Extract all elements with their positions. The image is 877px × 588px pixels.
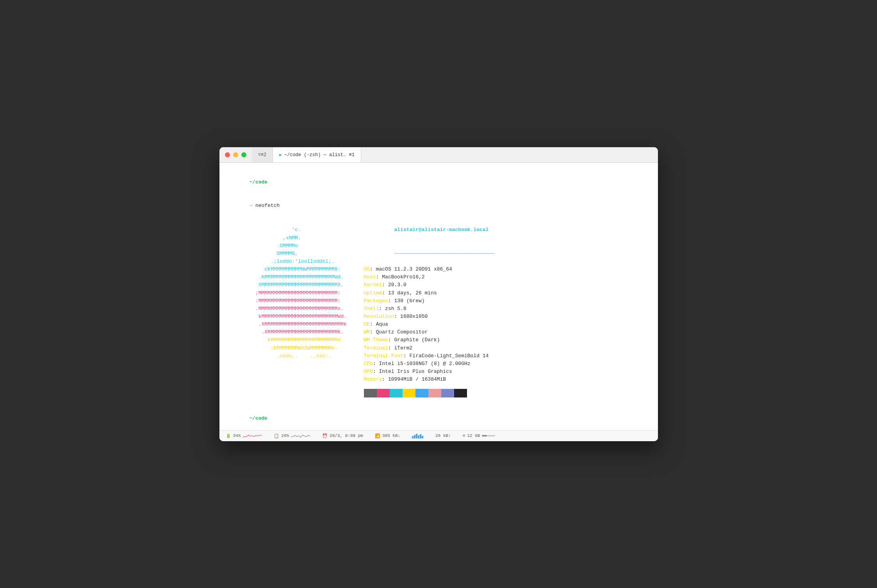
network-up-status: 26 kB↑ <box>435 433 451 438</box>
info-value: : Quartz Compositor <box>370 329 428 335</box>
memory-status: ≡ 12 GB <box>463 433 502 438</box>
color-swatch <box>415 389 428 397</box>
info-value: : Graphite (Dark) <box>388 337 440 343</box>
info-line: Terminal Font: FiraCode-Light_SemiBold 1… <box>364 352 495 360</box>
info-line: DE: Aqua <box>364 321 495 328</box>
info-value: : iTerm2 <box>388 345 412 351</box>
cmd-neofetch: neofetch <box>255 203 280 208</box>
info-key: Host <box>364 274 376 280</box>
tab-2[interactable]: ▶ ~/code (-zsh) — alist… ⌘1 <box>273 147 361 162</box>
svg-rect-0 <box>412 436 414 438</box>
network-graph-status <box>412 433 424 438</box>
terminal-window: ⌥⌘2 ▶ ~/code (-zsh) — alist… ⌘1 ~/code →… <box>219 147 658 441</box>
traffic-lights <box>219 152 252 157</box>
info-line: WM Theme: Graphite (Dark) <box>364 336 495 344</box>
network-down-icon: 📶 <box>375 433 380 438</box>
info-line: Shell: zsh 5.8 <box>364 305 495 313</box>
info-key: Terminal <box>364 345 388 351</box>
ascii-line-bottom: kMMMMMMMMMMMMMMMMMMMMMMd ;KMMMMMMMWXXWMM… <box>231 337 341 358</box>
prompt-arrow-1: → <box>249 203 255 208</box>
info-line: GPU: Intel Iris Plus Graphics <box>364 368 495 376</box>
svg-rect-2 <box>416 434 417 438</box>
clipboard-percent: 26% <box>281 433 289 438</box>
info-line: Memory: 10994MiB / 16384MiB <box>364 376 495 383</box>
info-key: Resolution <box>364 314 394 319</box>
color-swatch <box>428 389 441 397</box>
info-line: Resolution: 1680x1050 <box>364 313 495 321</box>
status-bar: 🔋 34% 📋 26% ⏰ 28/3, 8:09 pm 📶 305 kB↓ <box>219 430 658 441</box>
info-value: : 20.3.0 <box>382 282 406 288</box>
clipboard-icon: 📋 <box>274 433 279 438</box>
svg-rect-4 <box>420 434 421 438</box>
memory-graph <box>482 433 501 438</box>
info-value: : Intel i5-1038NG7 (8) @ 2.00GHz <box>373 361 471 367</box>
battery-status: 🔋 34% <box>226 433 262 438</box>
network-down: 305 kB↓ <box>382 433 400 438</box>
info-line: Terminal: iTerm2 <box>364 344 495 352</box>
memory-value: 12 GB <box>467 433 480 438</box>
color-swatch <box>403 389 415 397</box>
ascii-line-1: 'c. ,xNMM. .OMMMMo OMMMM0, .;loddo:'lool… <box>231 227 344 288</box>
info-key: Shell <box>364 306 379 312</box>
prompt-cmd-line: → neofetch <box>231 194 646 217</box>
clipboard-status: 📋 26% <box>274 433 310 438</box>
tab-bar: ⌥⌘2 ▶ ~/code (-zsh) — alist… ⌘1 <box>252 147 361 162</box>
info-value: : zsh 5.8 <box>379 306 406 312</box>
color-swatches <box>364 389 495 397</box>
info-key: OS <box>364 266 370 272</box>
info-key: DE <box>364 321 370 327</box>
info-key: Packages <box>364 298 388 304</box>
tab-1-label: ⌥⌘2 <box>258 152 267 158</box>
close-button[interactable] <box>225 152 230 157</box>
info-panel: alistair@alistair-macbook.local ────────… <box>364 218 495 397</box>
info-key: Uptime <box>364 290 382 296</box>
info-line: Kernel: 20.3.0 <box>364 281 495 289</box>
terminal-body[interactable]: ~/code → neofetch 'c. ,xNMM. .OMMMMo OMM… <box>219 163 658 430</box>
info-lines: OS: macOS 11.2.3 20D91 x86_64Host: MacBo… <box>364 265 495 383</box>
color-swatch <box>364 389 377 397</box>
info-key: GPU <box>364 369 373 374</box>
prompt-line-2: ~/code <box>231 407 646 430</box>
ascii-art: 'c. ,xNMM. .OMMMMo OMMMM0, .;loddo:'lool… <box>231 218 348 397</box>
clock-time: 28/3, 8:09 pm <box>330 433 363 438</box>
ascii-line-mid: ;MMMMMMMMMMMMMMMMMMMMMMMMMM: :MMMMMMMMMM… <box>231 290 347 335</box>
info-line: Uptime: 13 days, 26 mins <box>364 289 495 297</box>
battery-graph <box>242 433 262 438</box>
info-line: Packages: 130 (brew) <box>364 297 495 305</box>
svg-rect-7 <box>482 435 487 437</box>
info-value: : 130 (brew) <box>388 298 425 304</box>
info-key: Memory <box>364 376 382 382</box>
prompt-dir-2: ~/code <box>249 415 267 421</box>
info-line: OS: macOS 11.2.3 20D91 x86_64 <box>364 265 495 273</box>
info-key: Terminal Font <box>364 353 403 359</box>
neofetch-output: 'c. ,xNMM. .OMMMMo OMMMM0, .;loddo:'lool… <box>231 218 646 397</box>
clock-icon: ⏰ <box>322 433 328 438</box>
color-swatch <box>441 389 454 397</box>
info-value: : macOS 11.2.3 20D91 x86_64 <box>370 266 452 272</box>
network-down-status: 📶 305 kB↓ <box>375 433 400 438</box>
info-line: CPU: Intel i5-1038NG7 (8) @ 2.00GHz <box>364 360 495 368</box>
minimize-button[interactable] <box>233 152 238 157</box>
info-value: : Aqua <box>370 321 388 327</box>
tab-2-icon: ▶ <box>279 152 282 157</box>
info-value: : 10994MiB / 16384MiB <box>382 376 446 382</box>
info-value: : FiraCode-Light_SemiBold 14 <box>403 353 488 359</box>
battery-percent: 34% <box>233 433 241 438</box>
tab-2-label: ~/code (-zsh) — alist… ⌘1 <box>284 152 355 158</box>
info-value: : Intel Iris Plus Graphics <box>373 369 452 374</box>
battery-icon: 🔋 <box>226 433 231 438</box>
network-up: 26 kB↑ <box>435 433 451 438</box>
maximize-button[interactable] <box>241 152 246 157</box>
prompt-line-1: ~/code <box>231 171 646 194</box>
color-swatch <box>377 389 390 397</box>
prompt-dir-1: ~/code <box>249 179 267 185</box>
svg-rect-5 <box>422 436 423 438</box>
svg-rect-3 <box>418 435 419 438</box>
color-swatch <box>454 389 467 397</box>
info-key: Kernel <box>364 282 382 288</box>
color-swatch <box>390 389 403 397</box>
tab-1[interactable]: ⌥⌘2 <box>252 147 273 162</box>
info-key: CPU <box>364 361 373 367</box>
info-header: alistair@alistair-macbook.local <box>364 218 495 242</box>
info-value: : 1680x1050 <box>394 314 428 319</box>
